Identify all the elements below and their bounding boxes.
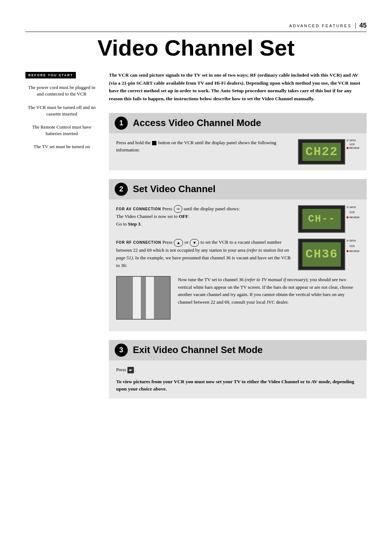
lcd-display-rf: CH36 (298, 239, 345, 270)
step-2-title: Set Video Channel (133, 183, 216, 195)
lcd-digits-av: CH-- (308, 211, 335, 227)
step-2-number: 2 (115, 183, 128, 196)
review-dot-av (347, 216, 348, 218)
lcd-screen-av: CH-- (302, 209, 341, 230)
step-2-body: FOR AV CONNECTION Press ⇒ until the disp… (109, 199, 367, 331)
sidebar-item-2: The VCR must be turned off and no casset… (25, 104, 98, 117)
lcd-display-av: CH-- (298, 205, 345, 233)
av-connection-text: FOR AV CONNECTION Press ⇒ until the disp… (116, 205, 291, 228)
tv-bars-container: Now tune the TV set to channel 36 (refer… (116, 276, 359, 320)
vcr-label-1: VCR (347, 143, 359, 146)
av-note-1: The Video Channel is now set to OFF. (116, 214, 189, 219)
vcr-label-rf: VCR (347, 244, 359, 248)
sat-label-av: SAT⊘ (347, 205, 359, 209)
av-connection-row: FOR AV CONNECTION Press ⇒ until the disp… (116, 205, 359, 233)
step-3-number: 3 (115, 344, 128, 357)
display-side-info-1: SAT⊘ VCR REVIEW (347, 139, 359, 149)
review-text-rf: REVIEW (349, 249, 359, 253)
final-bold-text: To view pictures from your VCR you must … (116, 378, 359, 393)
step-1-number: 1 (115, 117, 128, 130)
vcr-label-av: VCR (347, 210, 359, 214)
lcd-display-1: CH22 (298, 139, 345, 165)
rf-connection-label: FOR RF CONNECTION (116, 240, 161, 244)
header-divider (355, 23, 356, 29)
review-label-rf: REVIEW (347, 249, 359, 253)
step-3-section: 3 Exit Video Channel Set Mode Press ■• .… (109, 340, 367, 398)
content-area: BEFORE YOU START The power cord must be … (25, 71, 367, 407)
step-1-section: 1 Access Video Channel Mode Press and ho… (109, 113, 367, 170)
sat-dot-av (347, 206, 348, 208)
av-arrow-icon: ⇒ (174, 205, 182, 213)
sidebar-item-4: The TV set must be turned on (25, 143, 98, 150)
review-label-1: REVIEW (347, 147, 359, 149)
vcr-text-1: VCR (347, 143, 355, 146)
lcd-screen-rf: CH36 (302, 242, 341, 266)
sidebar-item-3: The Remote Control must have batteries i… (25, 124, 98, 137)
vcr-text-rf: VCR (347, 244, 355, 248)
review-text-1: REVIEW (349, 147, 359, 149)
section-label: ADVANCED FEATURES (289, 24, 352, 28)
page-title: Video Channel Set (25, 36, 367, 60)
step-1-text: Press and hold the button on the VCR unt… (116, 139, 291, 154)
review-label-av: REVIEW (347, 215, 359, 219)
main-column: The VCR can send picture signals to the … (109, 71, 367, 407)
sat-label-1: SAT⊘ (347, 139, 359, 142)
page: ADVANCED FEATURES 45 Video Channel Set B… (0, 0, 392, 555)
sidebar: BEFORE YOU START The power cord must be … (25, 71, 98, 407)
lcd-digits-rf: CH36 (306, 244, 338, 264)
step-3-body: Press ■• . To view pictures from your VC… (109, 360, 367, 398)
tv-bar-2 (146, 277, 154, 319)
step-1-display: CH22 SAT⊘ VCR (298, 139, 359, 165)
sat-text-av: SAT⊘ (349, 205, 356, 209)
sat-text-1: SAT⊘ (349, 139, 356, 142)
sidebar-item-1: The power cord must be plugged in and co… (25, 84, 98, 97)
step-2-display-av: CH-- SAT⊘ VCR (298, 205, 359, 233)
step-2-header: 2 Set Video Channel (109, 179, 367, 199)
step-1-header: 1 Access Video Channel Mode (109, 113, 367, 133)
rf-up-arrow-icon: ▲ (174, 239, 183, 247)
sat-dot-rf (347, 240, 348, 242)
lcd-digits-1: CH22 (306, 145, 338, 159)
display-side-info-rf: SAT⊘ VCR REVIEW (347, 239, 359, 253)
intro-text: The VCR can send picture signals to the … (109, 71, 367, 102)
tv-bar-1 (133, 277, 141, 319)
step-3-header: 3 Exit Video Channel Set Mode (109, 340, 367, 360)
review-dot-1 (347, 147, 348, 149)
sat-text-rf: SAT⊘ (349, 239, 356, 243)
review-text-av: REVIEW (349, 215, 359, 219)
rf-down-arrow-icon: ▼ (190, 239, 199, 247)
press-button-text: Press ■• . (116, 366, 359, 374)
step-1-body: Press and hold the button on the VCR unt… (109, 133, 367, 170)
step-3-title: Exit Video Channel Set Mode (133, 344, 263, 356)
page-header: ADVANCED FEATURES 45 (25, 22, 367, 32)
stop-button-icon (152, 141, 156, 145)
before-you-start-label: BEFORE YOU START (25, 72, 76, 78)
sat-dot-1 (347, 139, 348, 141)
vcr-text-av: VCR (347, 210, 355, 214)
step-2-section: 2 Set Video Channel FOR AV CONNECTION Pr… (109, 179, 367, 331)
sat-label-rf: SAT⊘ (347, 239, 359, 243)
av-note-2: Go to Step 3. (116, 221, 142, 227)
rf-connection-row: FOR RF CONNECTION Press ▲ or ▼ to set th… (116, 239, 359, 270)
step-2-display-rf: CH36 SAT⊘ VCR (298, 239, 359, 270)
av-connection-label: FOR AV CONNECTION (116, 207, 161, 211)
page-number: 45 (359, 22, 367, 29)
press-button-icon: ■• (127, 367, 134, 373)
rf-connection-text: FOR RF CONNECTION Press ▲ or ▼ to set th… (116, 239, 291, 269)
display-side-info-av: SAT⊘ VCR REVIEW (347, 205, 359, 220)
step-1-title: Access Video Channel Mode (133, 117, 261, 129)
lcd-screen-1: CH22 (302, 143, 341, 161)
tv-bars-text: Now tune the TV set to channel 36 (refer… (178, 276, 359, 306)
review-dot-rf (347, 250, 348, 252)
tv-bars-image (116, 276, 171, 320)
